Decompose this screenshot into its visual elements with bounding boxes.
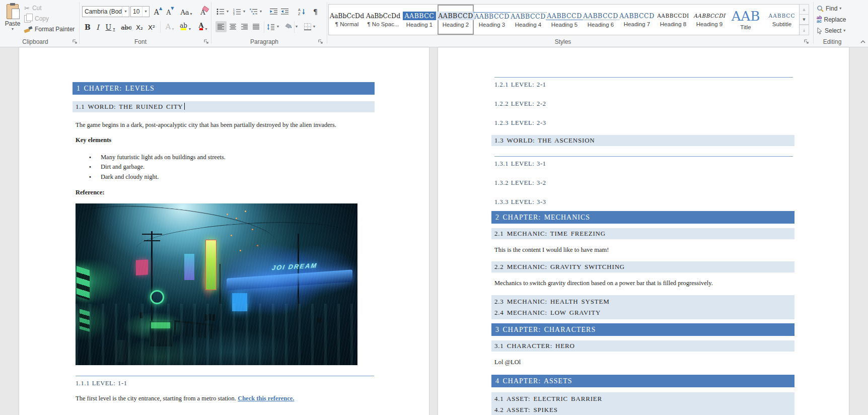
style-item-normal[interactable]: AaBbCcDd¶ Normal	[329, 5, 365, 35]
multilevel-list-button[interactable]: ▾	[249, 6, 263, 17]
doc-heading2[interactable]: 3.1 CHARACTER: HERO	[491, 340, 794, 352]
align-center-button[interactable]	[228, 21, 239, 32]
doc-heading2-group: 4.1 ASSET: ELECTRIC BARRIER4.2 ASSET: SP…	[491, 392, 794, 415]
collapse-ribbon-icon[interactable]	[860, 39, 866, 45]
increase-indent-button[interactable]	[280, 6, 290, 17]
doc-heading3[interactable]: 1.2.1 LEVEL: 2-1	[494, 77, 793, 90]
style-item-heading2[interactable]: AABBCCDHeading 2	[438, 5, 474, 35]
doc-heading3[interactable]: 1.3.1 LEVEL: 3-1	[494, 156, 793, 169]
shading-button[interactable]: ▾	[284, 21, 299, 32]
align-right-button[interactable]	[239, 21, 250, 32]
doc-heading3[interactable]: 1.2.3 LEVEL: 2-3	[494, 118, 793, 128]
superscript-button[interactable]: X²	[146, 21, 157, 32]
styles-scroll-down-icon[interactable]: ▼	[800, 15, 809, 25]
doc-heading2[interactable]: 2.4 MECHANIC: LOW GRAVITY	[494, 307, 794, 318]
align-left-button[interactable]	[215, 21, 227, 32]
doc-heading2[interactable]: 2.3 MECHANIC: HEALTH SYSTEM	[494, 296, 794, 307]
doc-heading2[interactable]: 4.1 ASSET: ELECTRIC BARRIER	[494, 393, 794, 404]
font-name-dropdown-icon[interactable]: ▾	[122, 7, 129, 17]
style-item-subtitle[interactable]: AABBCCSubtitle	[764, 5, 800, 35]
select-button[interactable]: Select ▾	[817, 26, 845, 36]
doc-heading2[interactable]: 1.3 WORLD: THE ASCENSION	[491, 135, 794, 146]
font-color-button[interactable]: A ▾	[195, 21, 210, 32]
shrink-font-button[interactable]: A ▼	[165, 6, 176, 17]
highlight-color-button[interactable]: ab ▾	[177, 21, 193, 32]
doc-heading1[interactable]: 1 CHAPTER: LEVELS	[73, 82, 375, 95]
style-item-nospacing[interactable]: AaBbCcDd¶ No Spac...	[365, 5, 401, 35]
doc-heading3[interactable]: 1.1.1 LEVEL: 1-1	[76, 376, 374, 388]
paste-label: Paste	[5, 20, 21, 27]
font-name-combo[interactable]: Cambria (Bod ▾	[82, 6, 129, 17]
text-effects-button[interactable]: A ▾	[163, 21, 176, 32]
doc-paragraph-bold[interactable]: Reference:	[76, 188, 375, 197]
cut-button[interactable]: ✂ Cut	[23, 3, 43, 13]
bullet-item[interactable]: •Dirt and garbage.	[73, 162, 375, 172]
subscript-button[interactable]: X₂	[134, 21, 145, 32]
numbering-button[interactable]: 123 ▾	[232, 6, 246, 17]
styles-gallery-expand-icon[interactable]: ⤓	[800, 25, 809, 35]
underline-button[interactable]: U ▾	[103, 21, 118, 32]
show-paragraph-marks-button[interactable]: ¶	[312, 6, 319, 17]
doc-heading2[interactable]: 4.2 ASSET: SPIKES	[494, 404, 794, 415]
decrease-indent-button[interactable]	[269, 6, 279, 17]
sort-button[interactable]: AZ	[297, 6, 307, 17]
clear-formatting-button[interactable]: A	[197, 6, 209, 17]
styles-scroll-up-icon[interactable]: ▲	[800, 4, 809, 15]
shading-icon	[285, 23, 294, 30]
style-item-heading3[interactable]: AABBCCDHeading 3	[474, 5, 510, 35]
doc-heading1[interactable]: 2 CHAPTER: MECHANICS	[491, 211, 794, 224]
page-2[interactable]: 1.2.1 LEVEL: 2-11.2.2 LEVEL: 2-21.2.3 LE…	[438, 47, 849, 415]
grow-font-button[interactable]: A ▲	[153, 6, 164, 17]
borders-button[interactable]: ▾	[303, 21, 316, 32]
doc-paragraph-bold[interactable]: Key elements	[76, 136, 375, 145]
styles-dialog-launcher[interactable]	[803, 38, 810, 45]
borders-icon	[304, 23, 311, 30]
bullets-button[interactable]: ▾	[215, 6, 230, 17]
style-item-heading7[interactable]: AABBCCDHeading 7	[619, 5, 655, 35]
page-1[interactable]: 1 CHAPTER: LEVELS 1.1 WORLD: THE RUINED …	[19, 47, 429, 415]
paragraph-dialog-launcher[interactable]	[317, 38, 324, 45]
italic-button[interactable]: I	[94, 21, 102, 32]
style-item-heading5[interactable]: AABBCCDHeading 5	[546, 5, 583, 35]
clipboard-dialog-launcher[interactable]	[71, 38, 78, 45]
font-dialog-launcher[interactable]	[203, 38, 209, 45]
bullet-item[interactable]: •Many futuristic light ads on buildings …	[73, 153, 375, 163]
bold-button[interactable]: B	[83, 21, 93, 32]
style-item-heading1[interactable]: AABBCCHeading 1	[401, 5, 438, 35]
reference-link[interactable]: Check this reference.	[238, 395, 294, 402]
doc-heading1[interactable]: 4 CHAPTER: ASSETS	[491, 375, 794, 387]
doc-heading1[interactable]: 3 CHAPTER: CHARACTERS	[491, 323, 794, 336]
format-painter-button[interactable]: Format Painter	[23, 24, 76, 34]
change-case-button[interactable]: Aa ▾	[179, 6, 194, 17]
style-sample: AABBCCD	[582, 12, 619, 20]
paste-dropdown-icon[interactable]: ▾	[12, 27, 14, 31]
doc-heading2[interactable]: 1.1 WORLD: THE RUINED CITY	[73, 101, 375, 112]
doc-heading3[interactable]: 1.2.2 LEVEL: 2-2	[494, 99, 793, 109]
doc-paragraph[interactable]: The first level is the city entrance, st…	[76, 394, 375, 403]
doc-heading3[interactable]: 1.3.2 LEVEL: 3-2	[494, 178, 793, 188]
doc-paragraph[interactable]: Lol @LOl	[494, 358, 794, 367]
style-item-title[interactable]: AABTitle	[728, 5, 764, 35]
style-item-heading6[interactable]: AABBCCDHeading 6	[583, 5, 619, 35]
bullet-item[interactable]: •Dark and cloudy night.	[73, 172, 375, 182]
find-button[interactable]: Find ▾	[817, 4, 841, 14]
justify-button[interactable]	[251, 21, 262, 32]
decrease-indent-icon	[270, 8, 278, 15]
doc-heading3[interactable]: 1.3.3 LEVEL: 3-3	[494, 197, 793, 207]
style-item-heading8[interactable]: AABBCCDIHeading 8	[655, 5, 691, 35]
strikethrough-button[interactable]: abc	[120, 21, 133, 32]
copy-button[interactable]: Copy	[23, 14, 50, 24]
style-item-heading9[interactable]: AABBCCDIHeading 9	[691, 5, 728, 35]
doc-paragraph[interactable]: Mechanics to switch gravity direction ba…	[494, 279, 794, 288]
font-size-combo[interactable]: 10 ▾	[130, 6, 150, 17]
line-spacing-button[interactable]: ▾	[266, 21, 280, 32]
replace-button[interactable]: abac Replace	[817, 15, 846, 25]
doc-paragraph[interactable]: The game begins in a dark, post-apocalyp…	[76, 121, 375, 129]
style-item-heading4[interactable]: AABBCCDHeading 4	[510, 5, 546, 35]
font-size-dropdown-icon[interactable]: ▾	[142, 7, 149, 17]
bullets-icon	[216, 8, 225, 15]
reference-image[interactable]: JOI DREAM	[76, 203, 357, 365]
doc-paragraph[interactable]: This is the content I would like to have…	[494, 246, 794, 254]
doc-heading2[interactable]: 2.1 MECHANIC: TIME FREEZING	[491, 228, 794, 239]
doc-heading2[interactable]: 2.2 MECHANIC: GRAVITY SWITCHING	[491, 261, 794, 272]
